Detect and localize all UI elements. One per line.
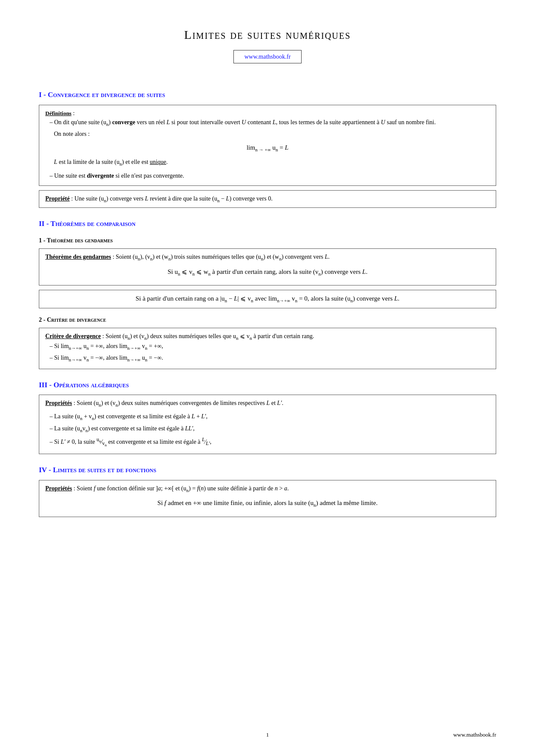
def-L: L [54,159,57,165]
thm-gendarmes-box2: Si à partir d'un certain rang on a |un −… [39,290,496,308]
crit-un2: n [236,335,239,340]
crit-line3: – Si limn→+∞ vn = −∞, alors limn→+∞ un =… [45,353,490,363]
section-1: I - Convergence et divergence de suites … [39,89,496,208]
thm-vn: n [150,256,153,261]
p3-un2: n [80,427,82,433]
def-lim-n: n [276,147,278,152]
section-4-title: IV - Limites de suites et de fonctions [39,464,496,476]
section-3-title: III - Opérations algébriques [39,380,496,391]
prop3-vn: n [116,402,118,408]
prop4-text: : Soient f une fonction définie sur ]a; … [73,485,289,492]
prop3-quotient: – Si L′ ≠ 0, la suite un⁄vn est converge… [45,436,490,449]
page: Limites de suites numériques www.mathsbo… [0,0,535,756]
thm-wn3: n [208,271,211,276]
p3-frac-den: vn [102,440,107,446]
thm-un5: n [350,298,353,303]
prop4-un2: n [314,502,316,508]
crit-un4: n [145,357,148,362]
thm-un4: n [225,298,227,303]
prop1-label: Propriété [45,195,70,202]
crit-vn2: n [249,335,252,340]
p3-frac-num: un [97,436,101,442]
crit-un3: n [86,345,89,351]
def-dash: – On dit qu'une suite (un) converge vers… [50,119,436,125]
crit-vn4: n [86,357,89,362]
def-lim-sub: n → +∞ [255,146,271,154]
footer-website: www.mathsbook.fr [453,731,496,739]
def-unique-line: L est la limite de la suite (un) et elle… [45,157,490,167]
prop3-sum: – La suite (un + vn) est convergente et … [45,412,490,422]
definitions-box: Définitions : – On dit qu'une suite (un)… [39,105,496,186]
prop1-un2: n [217,198,220,203]
p3-un1: n [80,416,82,421]
website-link: www.mathsbook.fr [233,50,301,63]
thm-wn2: n [279,256,282,261]
section-1-title: I - Convergence et divergence de suites [39,89,496,100]
def-lim-formula: limn → +∞ un = L [246,144,288,151]
prop3-label: Propriétés [45,400,72,406]
thm-line1: Théorème des gendarmes : Soient (un), (v… [45,252,490,262]
website-center: www.mathsbook.fr [39,50,496,75]
crit-vn: n [145,335,147,340]
crit-line2: – Si limn→+∞ un = +∞, alors limn→+∞ vn =… [45,342,490,351]
thm-lim-sub: n→+∞ [277,298,290,303]
thm-text: : Soient (un), (vn) et (wn) trois suites… [113,254,330,260]
p3-L-den: L′ [206,440,210,446]
crit-label: Critère de divergence [45,333,101,339]
section-2-title: II - Théorèmes de comparaison [39,218,496,229]
def-convergence: – On dit qu'une suite (un) converge vers… [45,118,490,128]
prop3-text: : Soient (un) et (vn) deux suites numéri… [73,400,283,406]
prop1-text: : Une suite (un) converge vers L revient… [71,195,273,202]
prop3-line1: Propriétés : Soient (un) et (vn) deux su… [45,398,490,408]
thm-label: Théorème des gendarmes [45,254,111,260]
def-divergente: divergente [87,173,114,179]
crit-div-box: Critère de divergence : Soient (un) et (… [39,328,496,369]
prop4-line2: Si f admet en +∞ une limite finie, ou in… [45,498,490,509]
def-sub-n1: n [106,121,109,126]
p3-vn2: n [85,427,88,433]
prop1-box: Propriété : Une suite (un) converge vers… [39,190,496,208]
thm-vn5: n [295,298,298,303]
def-label-line: Définitions : [45,109,490,118]
thm-line3: Si à partir d'un certain rang on a |un −… [45,294,490,304]
thm-wn: n [168,256,171,261]
thm-vn3: n [318,271,321,276]
page-title: Limites de suites numériques [39,26,496,44]
subsection-2-1-title: 1 - Théorème des gendarmes [39,236,496,245]
crit-line1: Critère de divergence : Soient (un) et (… [45,332,490,342]
thm-un3: n [178,271,180,276]
def-colon: : [73,110,75,116]
def-un-sub: n [120,161,122,166]
prop3-un: n [99,402,101,408]
prop4-un: n [186,488,189,493]
thm-vn4: n [251,298,253,303]
section-3: III - Opérations algébriques Propriétés … [39,380,496,455]
crit-un: n [128,335,130,340]
subsection-2-2-title: 2 - Critère de divergence [39,315,496,324]
p3-vn1: n [92,416,94,421]
thm-un2: n [261,256,264,261]
footer-page-number: 1 [266,731,269,739]
section-2: II - Théorèmes de comparaison 1 - Théorè… [39,218,496,369]
crit-lim1-sub: n→+∞ [69,345,82,351]
thm-gendarmes-box: Théorème des gendarmes : Soient (un), (v… [39,248,496,285]
prop4-box: Propriétés : Soient f une fonction défin… [39,480,496,517]
crit-lim2-sub: n→+∞ [127,345,141,351]
prop4-line1: Propriétés : Soient f une fonction défin… [45,484,490,494]
def-label: Définitions [45,110,72,116]
def-diverge: – Une suite est divergente si elle n'est… [45,171,490,180]
prop1-un: n [104,198,107,203]
prop4-label: Propriétés [45,485,72,492]
def-unique: unique [150,159,166,165]
crit-vn3: n [145,345,148,351]
section-4: IV - Limites de suites et de fonctions P… [39,464,496,517]
def-note: On note alors : [45,129,490,138]
crit-text: : Soient (un) et (vn) deux suites numéri… [102,333,314,339]
crit-lim3-sub: n→+∞ [69,357,82,362]
prop3-box: Propriétés : Soient (un) et (vn) deux su… [39,395,496,454]
def-formula: limn → +∞ un = L [45,143,490,154]
thm-vn2: n [192,271,195,276]
p3-L-num: L [202,436,205,442]
thm-un: n [138,256,140,261]
prop3-product: – La suite (unvn) est convergente et sa … [45,424,490,434]
